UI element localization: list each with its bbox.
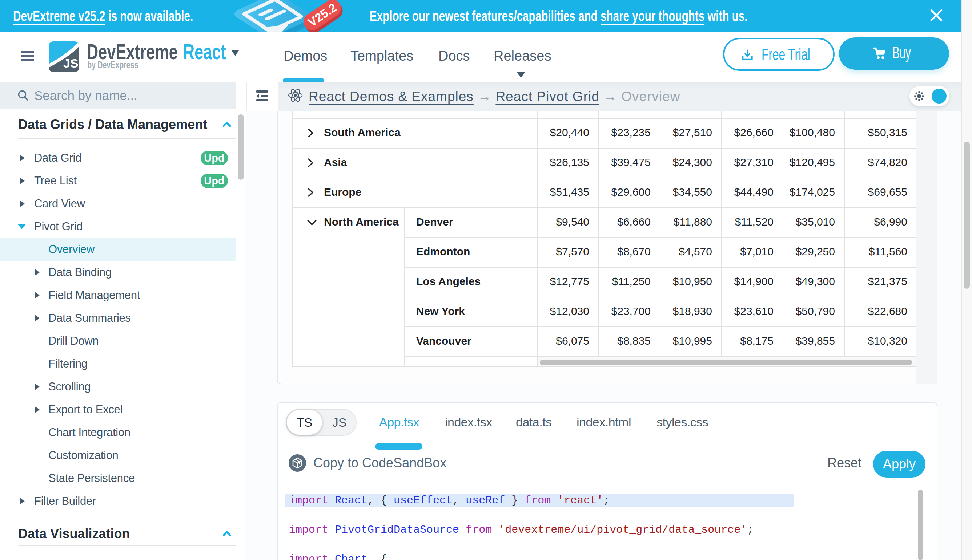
svg-text:JS: JS (63, 56, 79, 70)
